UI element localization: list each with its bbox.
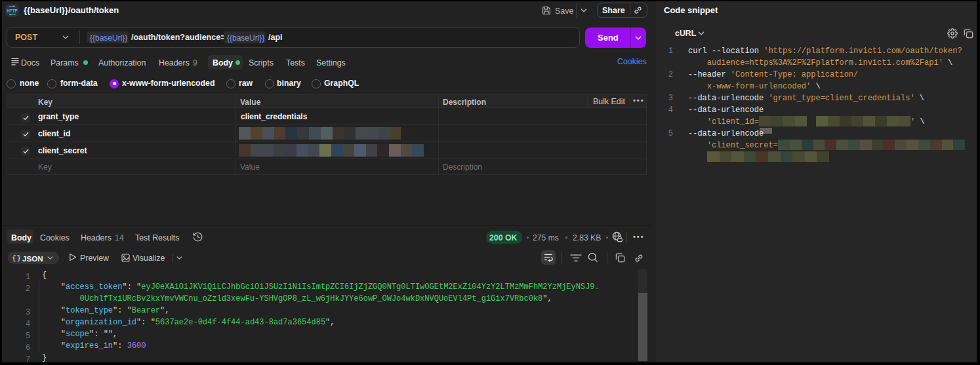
svg-text:HTTP: HTTP	[7, 9, 18, 13]
